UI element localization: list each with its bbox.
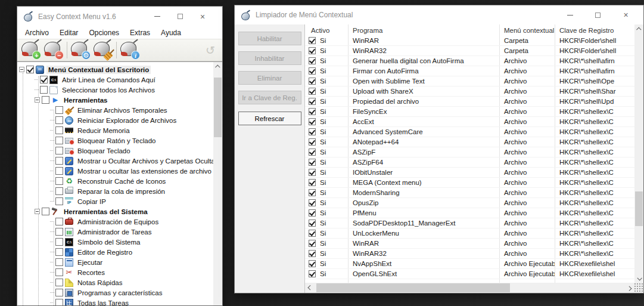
table-row[interactable]: Si ModernSharing Archivo HKCR\*\shellex\… xyxy=(305,188,634,198)
collapse-toggle-icon[interactable] xyxy=(35,97,40,103)
table-vertical-scrollbar[interactable] xyxy=(634,24,643,283)
row-checkbox[interactable] xyxy=(309,209,316,217)
scroll-down-icon[interactable] xyxy=(634,274,643,283)
column-header[interactable]: Activo xyxy=(305,27,348,34)
menubar-item-extras[interactable]: Extras xyxy=(125,27,155,38)
row-checkbox[interactable] xyxy=(309,240,316,247)
tree-item[interactable]: Programas y características xyxy=(17,288,213,298)
tree-vertical-scrollbar[interactable] xyxy=(213,62,222,305)
table-row[interactable]: Si AccExt Archivo HKCR\*\shellex\C xyxy=(305,117,634,127)
menubar-item-editar[interactable]: Editar xyxy=(54,27,83,38)
table-row[interactable]: Si Advanced SystemCare Archivo HKCR\*\sh… xyxy=(305,127,634,137)
tree-item-checkbox[interactable] xyxy=(40,86,48,94)
tree-item-checkbox[interactable] xyxy=(42,96,49,104)
tree-item-checkbox[interactable] xyxy=(55,167,63,175)
menubar-item-archivo[interactable]: Archivo xyxy=(20,27,54,38)
menubar-item-opciones[interactable]: Opciones xyxy=(83,27,125,38)
tree-item[interactable]: ▶ Herramientas xyxy=(17,95,213,105)
table-horizontal-scrollbar[interactable] xyxy=(305,283,634,293)
minimize-button[interactable] xyxy=(146,7,169,26)
ir-a-clave-de-reg--button[interactable]: Ir a Clave de Reg. xyxy=(238,91,301,104)
tree-item[interactable]: Seleccionar todos los Archivos xyxy=(17,85,213,95)
column-header[interactable]: Menú contextual xyxy=(499,27,555,34)
tree-item-checkbox[interactable] xyxy=(55,106,63,114)
table-row[interactable]: Si OpenGLShExt Archivo Ejecutable HKCR\e… xyxy=(305,269,634,279)
menubar-item-ayuda[interactable]: Ayuda xyxy=(155,27,186,38)
row-checkbox[interactable] xyxy=(309,189,316,196)
tree-item[interactable]: Administración de Equipos xyxy=(17,217,213,227)
table-row[interactable]: Si ANotepad++64 Archivo HKCR\*\shellex\C xyxy=(305,137,634,147)
tree-item-checkbox[interactable] xyxy=(55,248,63,256)
tree-item-checkbox[interactable] xyxy=(40,76,48,84)
table-row[interactable]: Si IObitUnstaler Archivo HKCR\*\shellex\… xyxy=(305,168,634,178)
scroll-left-icon[interactable] xyxy=(305,283,315,293)
resize-grip[interactable] xyxy=(634,283,643,293)
column-header[interactable]: Clave de Registro xyxy=(555,27,643,34)
refrescar-button[interactable]: Refrescar xyxy=(238,112,301,125)
tree-item-checkbox[interactable] xyxy=(55,228,63,236)
tree-item-checkbox[interactable] xyxy=(55,126,63,134)
table-row[interactable]: Si SodaPDFDesktop11_ManagerExt Archivo H… xyxy=(305,218,634,228)
table-row[interactable]: Si OpusZip Archivo HKCR\*\shellex\C xyxy=(305,198,634,208)
tree-item[interactable]: ♻ Reconstruir Caché de Iconos xyxy=(17,176,213,186)
table-row[interactable]: Si WinRAR32 Carpeta HKCR\Folder\shell xyxy=(305,46,634,56)
table-row[interactable]: Si WinRAR Archivo HKCR\*\shellex\C xyxy=(305,239,634,249)
tree-item-checkbox[interactable] xyxy=(55,258,63,266)
row-checkbox[interactable] xyxy=(309,128,316,135)
tree-item[interactable]: Reiniciar Explorador de Archivos xyxy=(17,115,213,125)
tree-item-checkbox[interactable] xyxy=(26,66,34,73)
tree-item-checkbox[interactable] xyxy=(55,157,63,165)
table-row[interactable]: Si NvAppShExt Archivo Ejecutable HKCR\ex… xyxy=(305,259,634,269)
tree-item-checkbox[interactable] xyxy=(55,238,63,246)
row-checkbox[interactable] xyxy=(309,250,316,257)
tree-item-checkbox[interactable] xyxy=(55,279,63,286)
table-row[interactable]: Si Open with Sublime Text Archivo HKCR\*… xyxy=(305,76,634,86)
table-row[interactable]: Si ASZipF64 Archivo HKCR\*\shellex\C xyxy=(305,157,634,168)
tree-item-checkbox[interactable] xyxy=(42,208,49,215)
row-checkbox[interactable] xyxy=(309,37,316,44)
tree-item[interactable]: Mostrar u ocultar las extensiones de arc… xyxy=(17,166,213,176)
remove-item-mouse-icon[interactable]: − xyxy=(43,41,64,60)
eliminar-button[interactable]: Eliminar xyxy=(238,71,301,85)
tree-item-checkbox[interactable] xyxy=(55,116,63,124)
row-checkbox[interactable] xyxy=(309,57,316,64)
tree-item-checkbox[interactable] xyxy=(55,177,63,185)
table-row[interactable]: Si UnLockerMenu Archivo HKCR\*\shellex\C xyxy=(305,228,634,239)
scroll-right-icon[interactable] xyxy=(625,283,634,293)
tree-item[interactable]: Bloquear Teclado xyxy=(17,146,213,156)
tree-item[interactable]: Reparar la cola de impresión xyxy=(17,186,213,196)
table-row[interactable]: Si WinRAR32 Archivo HKCR\*\shellex\C xyxy=(305,249,634,259)
row-checkbox[interactable] xyxy=(309,67,316,75)
settings-mouse-icon[interactable]: ⚙ xyxy=(70,41,91,60)
row-checkbox[interactable] xyxy=(309,199,316,206)
column-header[interactable]: Programa xyxy=(348,27,499,34)
table-row[interactable]: Si MEGA (Context menu) Archivo HKCR\*\sh… xyxy=(305,178,634,188)
tree-item[interactable]: Eliminar Archivos Temporales xyxy=(17,105,213,115)
scrollbar-thumb[interactable] xyxy=(214,78,222,137)
tree-item-checkbox[interactable] xyxy=(55,289,63,296)
row-checkbox[interactable] xyxy=(309,118,316,125)
inhabilitar-button[interactable]: Inhabilitar xyxy=(238,51,301,65)
tree-item-checkbox[interactable] xyxy=(55,268,63,276)
scroll-up-icon[interactable] xyxy=(634,24,643,33)
scrollbar-thumb[interactable] xyxy=(635,191,643,226)
maximize-button[interactable] xyxy=(169,7,191,26)
tree-item[interactable]: Editor de Registro xyxy=(17,247,213,257)
collapse-toggle-icon[interactable] xyxy=(19,67,24,72)
tree-item[interactable]: Menú Contextual del Escritorio xyxy=(17,64,213,75)
close-button[interactable]: × xyxy=(612,5,640,24)
row-checkbox[interactable] xyxy=(309,220,316,227)
tree-item-checkbox[interactable] xyxy=(55,299,63,305)
row-checkbox[interactable] xyxy=(309,47,316,54)
scrollbar-thumb[interactable] xyxy=(316,283,510,292)
table-row[interactable]: Si ASZipF Archivo HKCR\*\shellex\C xyxy=(305,147,634,157)
close-button[interactable]: × xyxy=(191,7,214,26)
scroll-up-icon[interactable] xyxy=(213,62,222,71)
table-row[interactable]: Si FileSyncEx Archivo HKCR\*\shellex\C xyxy=(305,107,634,117)
info-mouse-icon[interactable]: i xyxy=(119,41,141,60)
tree-item[interactable]: Notas Rápidas xyxy=(17,277,213,288)
undo-icon[interactable]: ↺ xyxy=(206,44,215,57)
table-row[interactable]: Si Upload with ShareX Archivo HKCR\*\she… xyxy=(305,86,634,97)
tree-item-checkbox[interactable] xyxy=(55,187,63,195)
row-checkbox[interactable] xyxy=(309,108,316,115)
